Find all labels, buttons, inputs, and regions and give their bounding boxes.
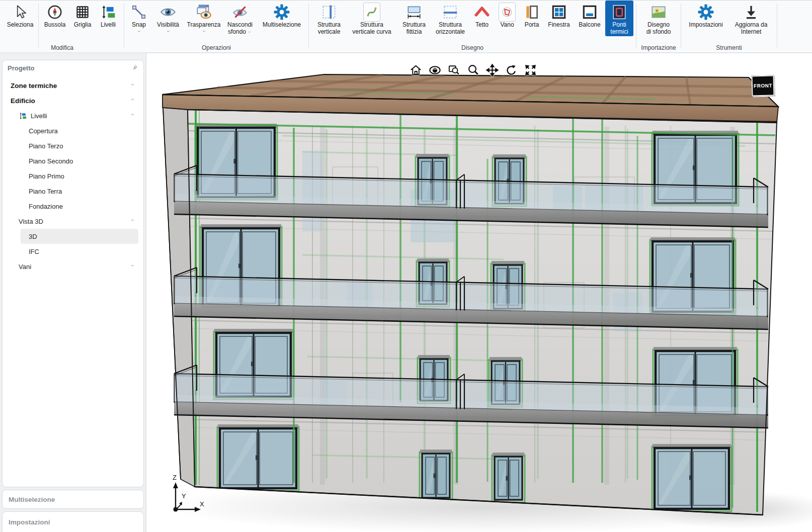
ribbon-group-importazione: Disegnodi sfondoImportazione: [638, 1, 679, 52]
building-model-canvas[interactable]: [146, 53, 812, 532]
ribbon-button-griglia[interactable]: Griglia: [70, 1, 95, 30]
door-icon: [523, 4, 540, 21]
ribbon-button-seleziona[interactable]: Seleziona: [3, 1, 37, 30]
chevron-down-icon: [136, 29, 142, 33]
ribbon-group-disegno: StrutturaverticaleStrutturaverticale cur…: [310, 1, 634, 52]
ribbon-button-multiselezione[interactable]: Multiselezione: [258, 1, 306, 30]
ribbon-button-struttura-verticale-curva[interactable]: Strutturaverticale curva: [347, 1, 397, 36]
ribbon-group-label: Operazioni: [126, 44, 307, 51]
ribbon-button-struttura-fittizia[interactable]: Strutturafittizia: [397, 1, 431, 36]
ribbon-button-label: Nascondisfondo: [227, 22, 253, 35]
chevron-down-icon[interactable]: [130, 82, 135, 86]
tree-item-edificio[interactable]: Edificio: [3, 93, 143, 108]
tree-item-livelli[interactable]: Livelli: [3, 108, 143, 123]
ribbon-group-divider: [308, 4, 309, 48]
ribbon-button-label: Strutturaverticale curva: [352, 22, 391, 35]
gear-icon: [273, 4, 290, 21]
ribbon-button-porta[interactable]: Porta: [520, 1, 544, 30]
ribbon-group-label: Disegno: [310, 44, 634, 51]
ribbon-group-divider: [681, 4, 681, 48]
balcony-icon: [581, 4, 598, 21]
tree-item-piano-secondo[interactable]: Piano Secondo: [3, 153, 143, 168]
struct-f-icon: [405, 4, 423, 21]
rotate-icon[interactable]: [505, 63, 518, 77]
ribbon-button-struttura-verticale[interactable]: Strutturaverticale: [311, 1, 347, 36]
hide-bg-icon: [231, 4, 249, 21]
project-panel-title: Progetto: [8, 64, 34, 72]
navigation-cube[interactable]: FRONT: [751, 75, 774, 96]
window-icon: [550, 4, 567, 21]
project-panel: Progetto Zone termicheEdificioLivelliCop…: [2, 60, 144, 487]
chevron-down-icon: [247, 30, 252, 34]
ribbon-group-divider: [124, 4, 124, 48]
impostazioni-panel-header[interactable]: Impostazioni: [2, 511, 144, 532]
home-view-icon[interactable]: [409, 63, 423, 77]
building-model[interactable]: [161, 74, 812, 532]
zoom-icon[interactable]: [466, 63, 480, 77]
ribbon-button-finestra[interactable]: Finestra: [544, 1, 574, 30]
pan-icon[interactable]: [485, 63, 499, 77]
tree-item-label: IFC: [29, 248, 39, 255]
tree-item-label: Copertura: [29, 127, 58, 135]
ribbon-button-disegno-di-sfondo[interactable]: Disegnodi sfondo: [639, 1, 678, 36]
ribbon-button-label: Strutturafittizia: [402, 22, 426, 35]
ribbon-button-vano[interactable]: Vano: [495, 1, 520, 30]
ribbon-button-nascondi-sfondo[interactable]: Nascondisfondo: [222, 1, 258, 36]
chevron-up-icon[interactable]: [130, 113, 135, 117]
chevron-up-icon[interactable]: [130, 218, 135, 222]
ribbon-button-label: Visibilità: [157, 22, 179, 29]
ribbon-button-tetto[interactable]: Tetto: [469, 1, 495, 30]
livelli-icon: [100, 4, 117, 21]
ribbon-button-label: Disegnodi sfondo: [646, 22, 671, 35]
ribbon-divider: [38, 4, 39, 48]
ribbon-button-label: Tetto: [475, 22, 489, 29]
fit-screen-icon[interactable]: [524, 63, 537, 77]
tree-item-label: Piano Terra: [29, 188, 62, 195]
zoom-window-icon[interactable]: [447, 63, 461, 77]
ribbon-button-snap[interactable]: Snap: [127, 1, 151, 35]
chevron-down-icon[interactable]: [130, 263, 135, 268]
chevron-up-icon[interactable]: [130, 98, 135, 102]
tree-item-vista-3d[interactable]: Vista 3D: [3, 214, 143, 229]
3d-viewport[interactable]: FRONT Z Y X: [146, 53, 812, 532]
ribbon-button-impostazioni[interactable]: Impostazioni: [684, 1, 728, 30]
cursor-icon: [12, 4, 29, 21]
ribbon-button-aggiorna-da-internet[interactable]: Aggiorna daInternet: [728, 1, 774, 36]
tree-item-ifc[interactable]: IFC: [3, 244, 143, 259]
ribbon-button-label: Finestra: [548, 22, 570, 29]
tree-item-label: Livelli: [31, 112, 47, 120]
tree-item-piano-terra[interactable]: Piano Terra: [3, 184, 143, 199]
tree-item-fondazione[interactable]: Fondazione: [3, 199, 143, 214]
axis-z-label: Z: [173, 474, 177, 481]
ribbon-toolbar: SelezionaBussolaGrigliaLivelliModificaSn…: [0, 1, 812, 53]
tree-item-label: Piano Primo: [29, 172, 64, 180]
tree-item-label: Piano Secondo: [29, 157, 73, 165]
orbit-eye-icon[interactable]: [428, 63, 442, 77]
ribbon-button-ponti-termici[interactable]: Pontitermici: [605, 1, 633, 36]
tree-item-label: Fondazione: [29, 203, 63, 210]
tree-item-vani[interactable]: Vani: [3, 259, 143, 274]
tree-item-copertura[interactable]: Copertura: [3, 123, 143, 138]
tree-item-3d[interactable]: 3D: [21, 229, 138, 244]
tree-item-label: Edificio: [11, 97, 35, 105]
tree-item-piano-primo[interactable]: Piano Primo: [3, 168, 143, 184]
tree-item-label: 3D: [29, 233, 37, 240]
axis-x-label: X: [200, 500, 204, 508]
ribbon-button-struttura-orizzontale[interactable]: Strutturaorizzontale: [431, 1, 469, 36]
ribbon-group-label: Modifica: [2, 44, 122, 51]
ribbon-button-trasparenza[interactable]: Trasparenza: [185, 1, 222, 35]
ribbon-button-label: Aggiorna daInternet: [735, 22, 768, 35]
ribbon-group-modifica: SelezionaBussolaGrigliaLivelliModifica: [2, 1, 122, 52]
ribbon-button-balcone[interactable]: Balcone: [574, 1, 605, 30]
axis-indicator: Z Y X: [167, 473, 207, 518]
ribbon-button-label: Porta: [525, 22, 539, 29]
tree-item-zone-termiche[interactable]: Zone termiche: [3, 78, 143, 93]
multiselezione-panel-header[interactable]: Multiselezione: [2, 490, 144, 509]
ribbon-button-livelli[interactable]: Livelli: [95, 1, 121, 30]
pin-icon[interactable]: [131, 64, 138, 72]
ribbon-group-operazioni: SnapVisibilitàTrasparenzaNascondisfondoM…: [126, 1, 307, 52]
tree-item-piano-terzo[interactable]: Piano Terzo: [3, 138, 143, 153]
ribbon-button-visibilita[interactable]: Visibilità: [151, 1, 185, 35]
ribbon-button-label: Griglia: [74, 22, 92, 29]
ribbon-button-bussola[interactable]: Bussola: [40, 1, 70, 30]
